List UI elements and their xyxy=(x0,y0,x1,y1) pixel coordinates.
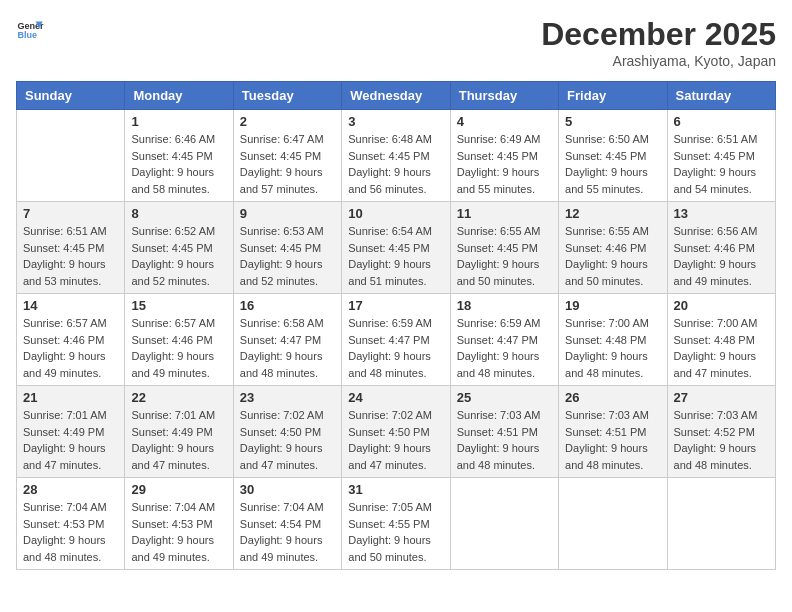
day-info: Sunrise: 6:59 AMSunset: 4:47 PMDaylight:… xyxy=(457,315,552,381)
day-info: Sunrise: 7:05 AMSunset: 4:55 PMDaylight:… xyxy=(348,499,443,565)
calendar-dow-sunday: Sunday xyxy=(17,82,125,110)
day-number: 6 xyxy=(674,114,769,129)
day-number: 30 xyxy=(240,482,335,497)
day-info: Sunrise: 6:55 AMSunset: 4:46 PMDaylight:… xyxy=(565,223,660,289)
calendar-cell: 8Sunrise: 6:52 AMSunset: 4:45 PMDaylight… xyxy=(125,202,233,294)
day-number: 9 xyxy=(240,206,335,221)
calendar-week-row: 28Sunrise: 7:04 AMSunset: 4:53 PMDayligh… xyxy=(17,478,776,570)
calendar-header-row: SundayMondayTuesdayWednesdayThursdayFrid… xyxy=(17,82,776,110)
calendar-cell: 12Sunrise: 6:55 AMSunset: 4:46 PMDayligh… xyxy=(559,202,667,294)
day-info: Sunrise: 6:49 AMSunset: 4:45 PMDaylight:… xyxy=(457,131,552,197)
day-info: Sunrise: 6:58 AMSunset: 4:47 PMDaylight:… xyxy=(240,315,335,381)
calendar-week-row: 14Sunrise: 6:57 AMSunset: 4:46 PMDayligh… xyxy=(17,294,776,386)
calendar-cell: 10Sunrise: 6:54 AMSunset: 4:45 PMDayligh… xyxy=(342,202,450,294)
calendar-cell: 20Sunrise: 7:00 AMSunset: 4:48 PMDayligh… xyxy=(667,294,775,386)
day-number: 22 xyxy=(131,390,226,405)
calendar-cell: 18Sunrise: 6:59 AMSunset: 4:47 PMDayligh… xyxy=(450,294,558,386)
day-number: 15 xyxy=(131,298,226,313)
day-info: Sunrise: 7:04 AMSunset: 4:53 PMDaylight:… xyxy=(131,499,226,565)
calendar-cell xyxy=(559,478,667,570)
location-title: Arashiyama, Kyoto, Japan xyxy=(541,53,776,69)
day-number: 1 xyxy=(131,114,226,129)
day-info: Sunrise: 6:46 AMSunset: 4:45 PMDaylight:… xyxy=(131,131,226,197)
day-info: Sunrise: 7:02 AMSunset: 4:50 PMDaylight:… xyxy=(348,407,443,473)
page-header: General Blue December 2025 Arashiyama, K… xyxy=(16,16,776,69)
day-info: Sunrise: 7:02 AMSunset: 4:50 PMDaylight:… xyxy=(240,407,335,473)
calendar-cell: 16Sunrise: 6:58 AMSunset: 4:47 PMDayligh… xyxy=(233,294,341,386)
calendar-cell xyxy=(667,478,775,570)
month-title: December 2025 xyxy=(541,16,776,53)
calendar-cell: 24Sunrise: 7:02 AMSunset: 4:50 PMDayligh… xyxy=(342,386,450,478)
day-info: Sunrise: 7:04 AMSunset: 4:54 PMDaylight:… xyxy=(240,499,335,565)
day-number: 5 xyxy=(565,114,660,129)
day-info: Sunrise: 6:51 AMSunset: 4:45 PMDaylight:… xyxy=(23,223,118,289)
calendar-cell: 5Sunrise: 6:50 AMSunset: 4:45 PMDaylight… xyxy=(559,110,667,202)
day-number: 10 xyxy=(348,206,443,221)
day-number: 17 xyxy=(348,298,443,313)
day-number: 23 xyxy=(240,390,335,405)
day-info: Sunrise: 6:50 AMSunset: 4:45 PMDaylight:… xyxy=(565,131,660,197)
calendar-cell: 2Sunrise: 6:47 AMSunset: 4:45 PMDaylight… xyxy=(233,110,341,202)
calendar-cell: 19Sunrise: 7:00 AMSunset: 4:48 PMDayligh… xyxy=(559,294,667,386)
svg-text:Blue: Blue xyxy=(17,30,37,40)
day-info: Sunrise: 7:03 AMSunset: 4:52 PMDaylight:… xyxy=(674,407,769,473)
calendar-cell: 4Sunrise: 6:49 AMSunset: 4:45 PMDaylight… xyxy=(450,110,558,202)
day-number: 7 xyxy=(23,206,118,221)
day-info: Sunrise: 7:00 AMSunset: 4:48 PMDaylight:… xyxy=(674,315,769,381)
logo-icon: General Blue xyxy=(16,16,44,44)
calendar-cell: 13Sunrise: 6:56 AMSunset: 4:46 PMDayligh… xyxy=(667,202,775,294)
day-number: 25 xyxy=(457,390,552,405)
calendar-cell: 6Sunrise: 6:51 AMSunset: 4:45 PMDaylight… xyxy=(667,110,775,202)
calendar-week-row: 21Sunrise: 7:01 AMSunset: 4:49 PMDayligh… xyxy=(17,386,776,478)
day-info: Sunrise: 6:51 AMSunset: 4:45 PMDaylight:… xyxy=(674,131,769,197)
day-number: 26 xyxy=(565,390,660,405)
day-info: Sunrise: 6:57 AMSunset: 4:46 PMDaylight:… xyxy=(131,315,226,381)
calendar-cell: 27Sunrise: 7:03 AMSunset: 4:52 PMDayligh… xyxy=(667,386,775,478)
day-info: Sunrise: 6:55 AMSunset: 4:45 PMDaylight:… xyxy=(457,223,552,289)
calendar-cell: 15Sunrise: 6:57 AMSunset: 4:46 PMDayligh… xyxy=(125,294,233,386)
day-number: 13 xyxy=(674,206,769,221)
calendar-dow-wednesday: Wednesday xyxy=(342,82,450,110)
calendar-cell: 9Sunrise: 6:53 AMSunset: 4:45 PMDaylight… xyxy=(233,202,341,294)
calendar-cell: 29Sunrise: 7:04 AMSunset: 4:53 PMDayligh… xyxy=(125,478,233,570)
day-number: 21 xyxy=(23,390,118,405)
day-number: 11 xyxy=(457,206,552,221)
calendar-cell: 30Sunrise: 7:04 AMSunset: 4:54 PMDayligh… xyxy=(233,478,341,570)
calendar-cell: 28Sunrise: 7:04 AMSunset: 4:53 PMDayligh… xyxy=(17,478,125,570)
day-info: Sunrise: 7:03 AMSunset: 4:51 PMDaylight:… xyxy=(457,407,552,473)
calendar-cell: 21Sunrise: 7:01 AMSunset: 4:49 PMDayligh… xyxy=(17,386,125,478)
calendar-table: SundayMondayTuesdayWednesdayThursdayFrid… xyxy=(16,81,776,570)
day-number: 28 xyxy=(23,482,118,497)
day-number: 19 xyxy=(565,298,660,313)
calendar-cell: 14Sunrise: 6:57 AMSunset: 4:46 PMDayligh… xyxy=(17,294,125,386)
day-number: 18 xyxy=(457,298,552,313)
day-info: Sunrise: 7:03 AMSunset: 4:51 PMDaylight:… xyxy=(565,407,660,473)
day-info: Sunrise: 6:57 AMSunset: 4:46 PMDaylight:… xyxy=(23,315,118,381)
calendar-cell: 17Sunrise: 6:59 AMSunset: 4:47 PMDayligh… xyxy=(342,294,450,386)
title-block: December 2025 Arashiyama, Kyoto, Japan xyxy=(541,16,776,69)
day-number: 24 xyxy=(348,390,443,405)
calendar-cell: 25Sunrise: 7:03 AMSunset: 4:51 PMDayligh… xyxy=(450,386,558,478)
calendar-cell: 1Sunrise: 6:46 AMSunset: 4:45 PMDaylight… xyxy=(125,110,233,202)
day-number: 31 xyxy=(348,482,443,497)
calendar-dow-friday: Friday xyxy=(559,82,667,110)
day-info: Sunrise: 6:59 AMSunset: 4:47 PMDaylight:… xyxy=(348,315,443,381)
calendar-dow-monday: Monday xyxy=(125,82,233,110)
calendar-cell: 31Sunrise: 7:05 AMSunset: 4:55 PMDayligh… xyxy=(342,478,450,570)
calendar-cell: 3Sunrise: 6:48 AMSunset: 4:45 PMDaylight… xyxy=(342,110,450,202)
calendar-week-row: 1Sunrise: 6:46 AMSunset: 4:45 PMDaylight… xyxy=(17,110,776,202)
day-number: 27 xyxy=(674,390,769,405)
calendar-cell xyxy=(17,110,125,202)
day-info: Sunrise: 6:53 AMSunset: 4:45 PMDaylight:… xyxy=(240,223,335,289)
day-info: Sunrise: 7:01 AMSunset: 4:49 PMDaylight:… xyxy=(23,407,118,473)
day-number: 4 xyxy=(457,114,552,129)
calendar-cell: 11Sunrise: 6:55 AMSunset: 4:45 PMDayligh… xyxy=(450,202,558,294)
day-number: 3 xyxy=(348,114,443,129)
day-info: Sunrise: 6:47 AMSunset: 4:45 PMDaylight:… xyxy=(240,131,335,197)
day-info: Sunrise: 7:04 AMSunset: 4:53 PMDaylight:… xyxy=(23,499,118,565)
logo: General Blue xyxy=(16,16,44,44)
day-number: 16 xyxy=(240,298,335,313)
calendar-dow-saturday: Saturday xyxy=(667,82,775,110)
day-number: 12 xyxy=(565,206,660,221)
calendar-cell xyxy=(450,478,558,570)
